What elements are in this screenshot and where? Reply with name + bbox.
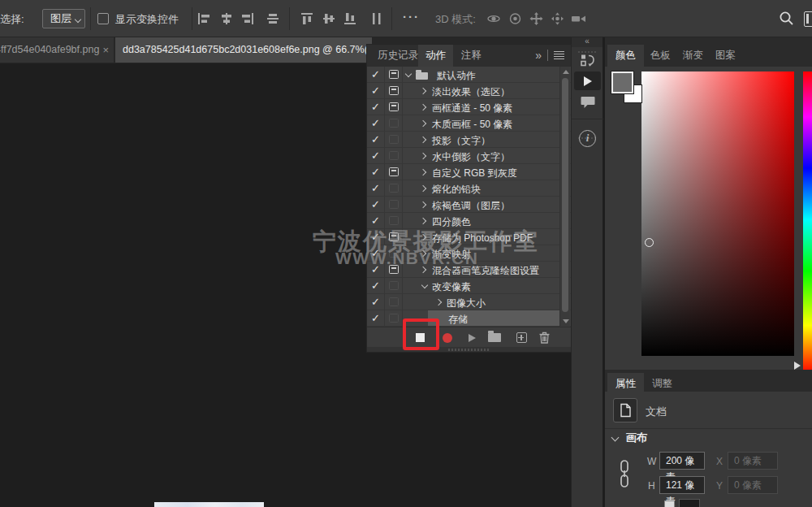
chevron-right-icon[interactable] [420, 119, 426, 126]
distribute-horizontal-centers-icon[interactable] [370, 12, 383, 25]
play-button[interactable] [462, 327, 482, 348]
toggle-item-cell[interactable]: ✓ [367, 278, 385, 293]
action-row[interactable]: ✓淡出效果（选区） [367, 83, 571, 99]
saturation-brightness-picker[interactable] [641, 72, 794, 356]
expand-panel-icon[interactable]: » [535, 50, 542, 61]
scrollbar-thumb[interactable] [562, 78, 568, 312]
toggle-dialog-cell[interactable] [385, 262, 403, 277]
toggle-dialog-cell[interactable] [385, 67, 403, 82]
toggle-dialog-cell[interactable] [385, 164, 403, 180]
toggle-dialog-cell[interactable] [385, 197, 403, 212]
toggle-dialog-cell[interactable] [385, 310, 403, 326]
toggle-item-cell[interactable]: ✓ [367, 229, 385, 245]
scroll-up-icon[interactable] [563, 70, 569, 74]
action-row[interactable]: ✓投影（文字） [367, 132, 571, 148]
toggle-dialog-cell[interactable] [385, 180, 403, 196]
toggle-item-cell[interactable]: ✓ [367, 99, 385, 115]
scroll-down-icon[interactable] [563, 319, 569, 323]
chevron-right-icon[interactable] [420, 87, 426, 93]
toggle-item-cell[interactable]: ✓ [367, 245, 385, 261]
toggle-dialog-cell[interactable] [385, 148, 403, 163]
3d-orbit-icon[interactable] [486, 12, 499, 25]
action-row[interactable]: ✓画框通道 - 50 像素 [367, 99, 571, 115]
toggle-item-cell[interactable]: ✓ [367, 83, 385, 98]
hue-strip[interactable] [803, 72, 812, 374]
toggle-dialog-cell[interactable] [385, 132, 403, 147]
toggle-dialog-cell[interactable] [385, 229, 403, 245]
show-transform-controls-checkbox[interactable] [97, 13, 109, 24]
toggle-item-cell[interactable]: ✓ [367, 164, 385, 180]
action-row[interactable]: ✓混合器画笔克隆绘图设置 [367, 262, 571, 278]
action-row[interactable]: ✓棕褐色调（图层） [367, 197, 571, 213]
toggle-dialog-cell[interactable] [385, 245, 403, 261]
toggle-item-cell[interactable]: ✓ [367, 197, 385, 212]
chevron-right-icon[interactable] [420, 152, 426, 158]
tab-history[interactable]: 历史记录 [370, 45, 425, 67]
toggle-item-cell[interactable]: ✓ [367, 262, 385, 277]
action-row[interactable]: ✓存储为 Photoshop PDF [367, 229, 571, 245]
scrollbar[interactable] [559, 67, 570, 327]
new-action-button[interactable] [512, 327, 531, 348]
more-options-icon[interactable]: ··· [403, 10, 420, 24]
action-row[interactable]: ✓改变像素 [367, 278, 571, 294]
tab-actions[interactable]: 动作 [418, 45, 453, 67]
toggle-item-cell[interactable]: ✓ [367, 148, 385, 163]
delete-button[interactable] [534, 327, 554, 348]
3d-camera-icon[interactable] [571, 12, 584, 25]
align-vertical-centers-icon[interactable] [266, 12, 279, 25]
chevron-right-icon[interactable] [420, 103, 426, 110]
toggle-item-cell[interactable]: ✓ [367, 213, 385, 228]
action-row[interactable]: ✓木质画框 - 50 像素 [367, 115, 571, 132]
collapse-panels-icon[interactable]: « [572, 37, 603, 47]
height-field[interactable]: 121 像素 [659, 476, 705, 494]
record-button[interactable] [438, 327, 457, 348]
toggle-dialog-cell[interactable] [385, 294, 403, 310]
toggle-item-cell[interactable]: ✓ [367, 132, 385, 147]
toggle-item-cell[interactable]: ✓ [367, 310, 385, 326]
history-panel-icon[interactable] [574, 50, 601, 70]
align-horizontal-centers-icon[interactable] [220, 12, 233, 25]
toggle-item-cell[interactable]: ✓ [367, 294, 385, 310]
workspace-switcher-icon[interactable] [804, 11, 812, 27]
align-right-edges-icon[interactable] [241, 12, 254, 25]
chevron-right-icon[interactable] [420, 217, 426, 223]
align-left-edges-icon[interactable] [197, 12, 210, 25]
toggle-dialog-cell[interactable] [385, 278, 403, 293]
align-top-edges-icon[interactable] [300, 12, 313, 25]
info-panel-icon[interactable]: i [574, 128, 601, 148]
chevron-right-icon[interactable] [420, 136, 426, 142]
document-tab[interactable]: 4ff7d54e040afe9bf.png × [0, 37, 114, 63]
toggle-item-cell[interactable]: ✓ [367, 115, 385, 131]
tab-gradients[interactable]: 渐变 [675, 45, 711, 67]
y-field[interactable]: 0 像素 [728, 476, 778, 494]
chevron-right-icon[interactable] [420, 233, 426, 240]
tab-patterns[interactable]: 图案 [707, 45, 744, 67]
foreground-color-swatch[interactable] [611, 72, 633, 93]
action-row[interactable]: ✓熔化的铅块 [367, 180, 571, 197]
chevron-right-icon[interactable] [420, 266, 426, 272]
width-field[interactable]: 200 像素 [659, 452, 705, 470]
panel-resize-grip[interactable] [367, 347, 571, 352]
panel-menu-icon[interactable] [554, 51, 564, 60]
action-row[interactable]: ✓水中倒影（文字） [367, 148, 571, 164]
align-vertical-middle-icon[interactable] [322, 12, 335, 25]
close-tab-icon[interactable]: × [102, 37, 109, 63]
document-properties-icon[interactable] [613, 398, 637, 422]
tab-color[interactable]: 颜色 [607, 45, 644, 67]
chevron-down-icon[interactable] [421, 281, 428, 288]
action-row[interactable]: ✓自定义 RGB 到灰度 [367, 164, 571, 180]
partial-color-swatch[interactable] [679, 499, 700, 507]
3d-pan-icon[interactable] [529, 12, 542, 25]
chevron-right-icon[interactable] [435, 298, 442, 305]
action-row[interactable]: ✓图像大小 [367, 294, 571, 310]
tab-notes[interactable]: 注释 [454, 45, 489, 67]
new-set-button[interactable] [485, 327, 504, 348]
chevron-right-icon[interactable] [420, 168, 426, 175]
action-set-row[interactable]: ✓默认动作 [367, 67, 571, 83]
toggle-item-cell[interactable]: ✓ [367, 180, 385, 196]
search-icon[interactable] [778, 10, 791, 23]
action-row[interactable]: ✓存储 [367, 310, 571, 327]
x-field[interactable]: 0 像素 [728, 452, 778, 470]
toggle-dialog-cell[interactable] [385, 99, 403, 115]
hue-slider-icon[interactable] [794, 362, 801, 370]
